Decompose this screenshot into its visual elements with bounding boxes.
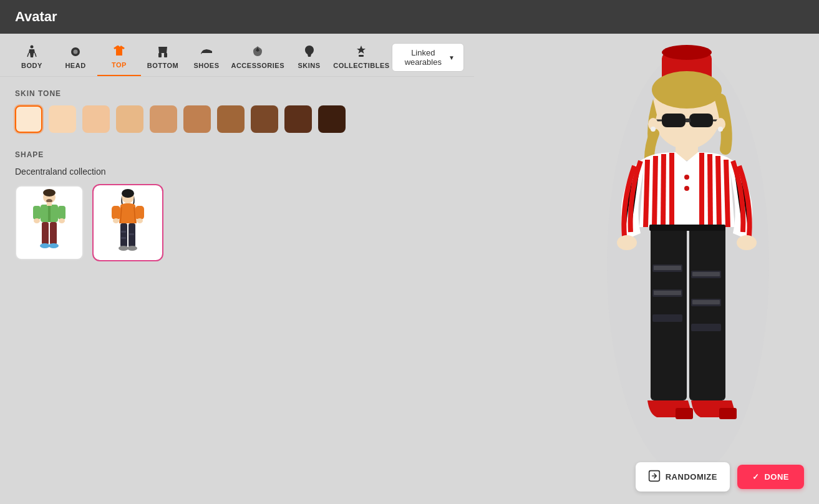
svg-rect-56 <box>649 225 725 231</box>
svg-rect-14 <box>58 206 65 220</box>
shape-item-female[interactable] <box>94 185 162 260</box>
collectibles-icon <box>354 44 369 59</box>
shoes-icon <box>199 44 214 59</box>
svg-rect-26 <box>135 206 144 220</box>
svg-rect-44 <box>686 119 691 122</box>
svg-rect-18 <box>50 222 57 245</box>
skin-swatch-8[interactable] <box>251 105 278 133</box>
skin-swatch-5[interactable] <box>150 105 177 133</box>
svg-rect-5 <box>158 53 162 57</box>
tab-collectibles[interactable]: COLLECTIBLES <box>331 39 392 75</box>
done-label: DONE <box>764 472 789 482</box>
skin-swatch-2[interactable] <box>49 105 76 133</box>
linked-wearables-label: Linked wearables <box>401 48 445 67</box>
svg-rect-31 <box>121 231 126 233</box>
svg-rect-60 <box>654 291 681 295</box>
svg-rect-32 <box>129 233 134 235</box>
svg-point-20 <box>49 243 59 248</box>
skin-swatch-4[interactable] <box>116 105 143 133</box>
tab-skins-label: SKINS <box>298 62 320 69</box>
svg-point-0 <box>31 46 34 49</box>
skin-swatch-9[interactable] <box>284 105 312 133</box>
skin-swatch-10[interactable] <box>318 105 346 133</box>
svg-point-16 <box>59 218 65 223</box>
shape-section-label: SHAPE <box>15 150 459 159</box>
tab-head[interactable]: HEAD <box>54 39 97 75</box>
svg-point-35 <box>127 246 137 251</box>
skin-swatch-7[interactable] <box>217 105 245 133</box>
skin-swatch-6[interactable] <box>183 105 211 133</box>
tab-bottom-label: BOTTOM <box>147 62 178 69</box>
female-avatar-svg <box>103 188 153 257</box>
svg-rect-55 <box>689 226 725 400</box>
randomize-button[interactable]: RANDOMIZE <box>636 462 730 492</box>
svg-rect-43 <box>689 114 713 127</box>
svg-rect-66 <box>691 324 721 331</box>
tab-accessories-label: ACCESSORIES <box>231 62 284 69</box>
chevron-down-icon: ▼ <box>448 54 455 61</box>
shape-item-male[interactable] <box>15 185 84 260</box>
left-panel: BODY HEAD TOP BOTTOM <box>0 34 474 504</box>
tab-body[interactable]: BODY <box>10 39 54 75</box>
tab-shoes-label: SHOES <box>194 62 220 69</box>
skin-tone-swatches <box>15 105 459 133</box>
randomize-label: RANDOMIZE <box>666 472 717 482</box>
tab-top[interactable]: TOP <box>97 39 141 76</box>
collection-title: Decentraland collection <box>15 167 459 177</box>
svg-point-39 <box>662 45 712 60</box>
tab-bottom[interactable]: BOTTOM <box>141 39 185 75</box>
svg-point-41 <box>652 71 722 109</box>
bottom-buttons: RANDOMIZE ✓ DONE <box>636 462 804 492</box>
shape-items <box>15 185 459 260</box>
main-layout: BODY HEAD TOP BOTTOM <box>0 34 819 504</box>
main-avatar-svg <box>594 27 782 483</box>
body-icon <box>24 44 39 59</box>
svg-line-1 <box>27 53 29 57</box>
svg-rect-42 <box>662 114 686 127</box>
svg-point-15 <box>34 218 40 223</box>
randomize-icon <box>648 470 661 484</box>
svg-point-9 <box>43 189 56 196</box>
page-title: Avatar <box>15 9 57 25</box>
svg-point-23 <box>122 189 134 198</box>
svg-line-2 <box>35 53 36 57</box>
svg-rect-67 <box>676 408 693 419</box>
svg-point-28 <box>137 218 143 223</box>
svg-rect-58 <box>654 266 681 270</box>
shape-section: Decentraland collection <box>15 167 459 260</box>
tab-top-label: TOP <box>112 61 127 69</box>
checkmark-icon: ✓ <box>752 472 760 482</box>
svg-rect-33 <box>121 237 126 239</box>
done-button[interactable]: ✓ DONE <box>737 465 804 489</box>
avatar-preview <box>594 27 782 483</box>
svg-point-34 <box>119 246 128 251</box>
linked-wearables-button[interactable]: Linked wearables ▼ <box>392 43 464 72</box>
skin-swatch-3[interactable] <box>82 105 110 133</box>
svg-rect-54 <box>651 226 687 400</box>
svg-rect-65 <box>692 300 720 304</box>
skin-swatch-1[interactable] <box>15 105 42 133</box>
svg-point-50 <box>718 127 723 132</box>
svg-rect-61 <box>652 314 682 322</box>
tab-head-label: HEAD <box>65 62 85 69</box>
bottom-icon <box>155 44 170 59</box>
svg-rect-17 <box>42 222 49 245</box>
svg-rect-13 <box>33 206 41 220</box>
svg-point-27 <box>113 218 119 223</box>
nav-tabs: BODY HEAD TOP BOTTOM <box>0 34 474 77</box>
svg-point-4 <box>74 50 78 54</box>
top-icon <box>112 44 127 59</box>
content-area: SKIN TONE SHAPE Decentraland collection <box>0 77 474 273</box>
tab-accessories[interactable]: ACCESSORIES <box>228 39 288 75</box>
tab-skins[interactable]: SKINS <box>288 39 331 75</box>
tab-body-label: BODY <box>21 62 42 69</box>
accessories-icon <box>250 44 265 59</box>
head-icon <box>68 44 83 59</box>
tab-collectibles-label: COLLECTIBLES <box>333 62 389 69</box>
svg-rect-12 <box>48 205 51 222</box>
svg-point-70 <box>684 186 689 191</box>
svg-rect-25 <box>112 206 120 220</box>
tab-shoes[interactable]: SHOES <box>185 39 228 75</box>
svg-point-19 <box>40 243 50 248</box>
svg-point-69 <box>684 175 689 180</box>
